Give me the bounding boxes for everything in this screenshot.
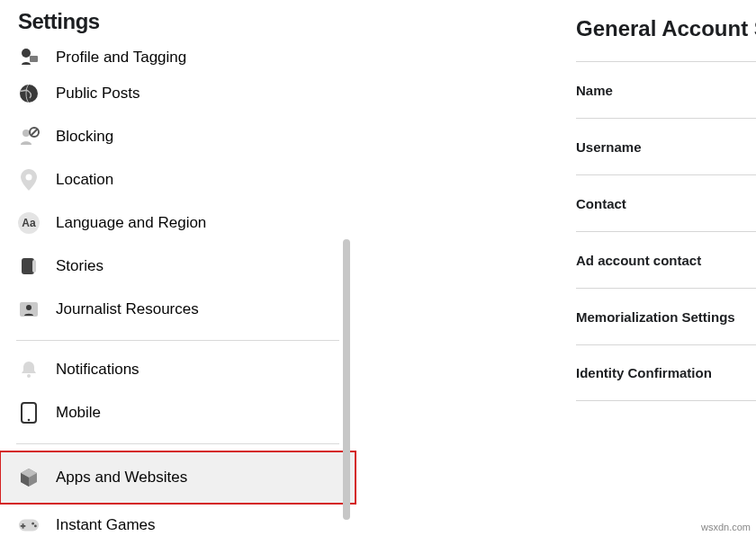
- sidebar-item-label: Notifications: [56, 361, 140, 379]
- sidebar-item-label: Public Posts: [56, 85, 140, 103]
- bell-icon: [18, 359, 40, 380]
- location-icon: [18, 169, 40, 191]
- row-name[interactable]: Name: [576, 61, 756, 118]
- row-label: Contact: [576, 196, 626, 211]
- cube-icon: [18, 467, 40, 488]
- sidebar-item-label: Location: [56, 171, 113, 189]
- row-label: Username: [576, 139, 642, 155]
- row-contact[interactable]: Contact: [576, 174, 756, 231]
- blocking-icon: [18, 126, 40, 147]
- main-panel: General Account Settings Name Username C…: [374, 0, 756, 401]
- sidebar-item-blocking[interactable]: Blocking: [0, 115, 356, 158]
- gamepad-icon: [18, 514, 40, 536]
- language-icon: Aa: [18, 212, 40, 234]
- sidebar-item-label: Instant Games: [56, 516, 156, 534]
- sidebar-item-label: Language and Region: [56, 214, 206, 232]
- settings-sidebar: Settings Profile and Tagging Public Post…: [0, 0, 356, 536]
- svg-point-6: [26, 174, 32, 181]
- svg-rect-16: [21, 525, 26, 527]
- svg-point-18: [34, 525, 37, 528]
- main-title: General Account Settings: [374, 16, 756, 41]
- row-label: Ad account contact: [576, 253, 701, 268]
- sidebar-item-label: Stories: [56, 257, 104, 275]
- page-title: Settings: [0, 0, 356, 34]
- stories-icon: [18, 255, 40, 277]
- sidebar-item-journalist[interactable]: Journalist Resources: [0, 288, 356, 331]
- svg-point-3: [22, 130, 30, 137]
- svg-line-5: [32, 130, 38, 136]
- sidebar-divider: [16, 443, 339, 444]
- settings-rows: Name Username Contact Ad account contact…: [576, 61, 756, 401]
- row-username[interactable]: Username: [576, 118, 756, 174]
- svg-point-13: [28, 419, 31, 422]
- sidebar-scrollbar[interactable]: [343, 239, 350, 520]
- svg-rect-1: [30, 56, 38, 62]
- journalist-icon: [18, 299, 40, 320]
- sidebar-divider: [16, 340, 339, 341]
- sidebar-item-apps-websites[interactable]: Apps and Websites: [0, 451, 356, 504]
- sidebar-item-mobile[interactable]: Mobile: [0, 391, 356, 434]
- sidebar-item-language[interactable]: Aa Language and Region: [0, 201, 356, 245]
- sidebar-item-stories[interactable]: Stories: [0, 245, 356, 288]
- sidebar-menu: Profile and Tagging Public Posts Blockin…: [0, 40, 356, 536]
- sidebar-item-label: Journalist Resources: [56, 300, 199, 318]
- row-ad-account-contact[interactable]: Ad account contact: [576, 231, 756, 288]
- svg-point-0: [22, 49, 31, 58]
- sidebar-item-label: Profile and Tagging: [56, 49, 186, 67]
- sidebar-item-notifications[interactable]: Notifications: [0, 348, 356, 391]
- sidebar-item-profile-tagging[interactable]: Profile and Tagging: [0, 40, 356, 72]
- svg-rect-7: [22, 258, 34, 274]
- row-identity-confirmation[interactable]: Identity Confirmation: [576, 344, 756, 401]
- svg-point-17: [32, 523, 34, 525]
- profile-tag-icon: [18, 45, 40, 67]
- svg-point-2: [20, 85, 38, 103]
- globe-icon: [18, 83, 40, 104]
- sidebar-item-label: Apps and Websites: [56, 469, 187, 487]
- row-memorialization[interactable]: Memorialization Settings: [576, 288, 756, 344]
- sidebar-item-label: Mobile: [56, 404, 101, 422]
- row-label: Memorialization Settings: [576, 309, 735, 325]
- sidebar-item-location[interactable]: Location: [0, 158, 356, 201]
- sidebar-item-label: Blocking: [56, 128, 113, 146]
- svg-point-11: [27, 374, 31, 378]
- sidebar-item-public-posts[interactable]: Public Posts: [0, 72, 356, 115]
- sidebar-item-instant-games[interactable]: Instant Games: [0, 504, 356, 536]
- mobile-icon: [18, 402, 40, 424]
- svg-point-10: [26, 305, 32, 310]
- row-label: Name: [576, 83, 613, 98]
- row-label: Identity Confirmation: [576, 365, 712, 380]
- watermark: wsxdn.com: [701, 522, 751, 532]
- svg-rect-8: [32, 260, 36, 272]
